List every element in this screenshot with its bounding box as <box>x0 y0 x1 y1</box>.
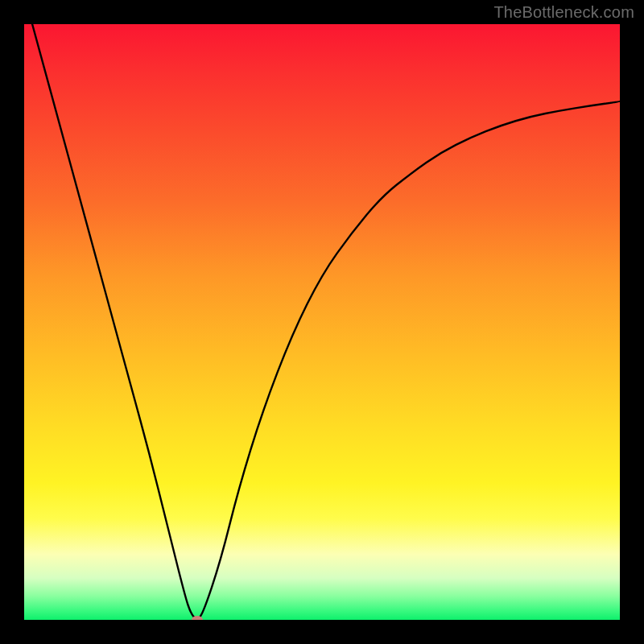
optimum-marker-icon <box>192 616 203 620</box>
watermark-text: TheBottleneck.com <box>493 3 634 22</box>
chart-stage: TheBottleneck.com <box>0 0 644 644</box>
bottleneck-curve <box>24 24 620 620</box>
plot-area <box>24 24 620 620</box>
